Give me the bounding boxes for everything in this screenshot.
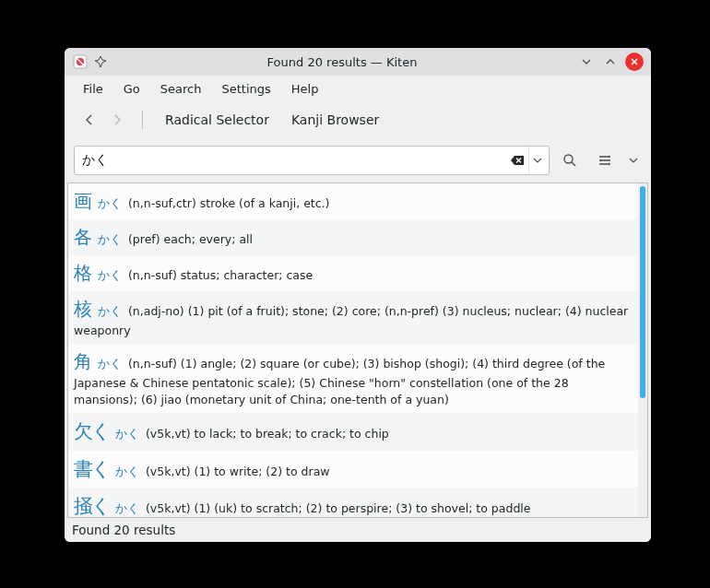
maximize-button[interactable] xyxy=(601,53,620,71)
entry-headword[interactable]: 掻く xyxy=(74,495,110,517)
minimize-button[interactable] xyxy=(577,53,596,71)
radical-selector-button[interactable]: Radical Selector xyxy=(156,109,278,131)
back-button[interactable] xyxy=(77,108,101,132)
toolbar-separator xyxy=(142,111,143,129)
entry-headword[interactable]: 書く xyxy=(74,458,110,480)
svg-point-3 xyxy=(608,156,610,159)
forward-button[interactable] xyxy=(105,108,129,132)
scrollbar[interactable] xyxy=(638,183,647,517)
result-entry[interactable]: 画 かく (n,n-suf,ctr) stroke (of a kanji, e… xyxy=(68,183,638,219)
menubar: File Go Search Settings Help xyxy=(65,76,651,101)
search-input[interactable] xyxy=(82,153,508,168)
filter-dropdown[interactable] xyxy=(625,147,642,174)
result-entry[interactable]: 格 かく (n,n-suf) status; character; case xyxy=(68,255,638,291)
app-window: Found 20 results — Kiten File Go Search … xyxy=(65,48,651,542)
entry-headword[interactable]: 角 xyxy=(74,350,92,372)
searchbar xyxy=(65,138,651,182)
entry-definition: (v5k,vt) (1) (uk) to scratch; (2) to per… xyxy=(146,501,531,515)
result-entry[interactable]: 書く かく (v5k,vt) (1) to write; (2) to draw xyxy=(68,451,638,488)
pin-icon[interactable] xyxy=(94,55,107,68)
entry-reading[interactable]: かく xyxy=(112,427,143,441)
entry-headword[interactable]: 各 xyxy=(74,226,92,248)
svg-point-5 xyxy=(608,163,610,166)
filter-button[interactable] xyxy=(590,147,620,174)
entry-reading[interactable]: かく xyxy=(94,268,125,282)
entry-headword[interactable]: 欠く xyxy=(74,420,110,442)
entry-definition: (v5k,vt) to lack; to break; to crack; to… xyxy=(146,427,389,441)
entry-headword[interactable]: 格 xyxy=(74,262,92,284)
result-entry[interactable]: 掻く かく (v5k,vt) (1) (uk) to scratch; (2) … xyxy=(68,488,638,517)
toolbar: Radical Selector Kanji Browser xyxy=(65,101,651,138)
menu-file[interactable]: File xyxy=(74,78,112,100)
result-entry[interactable]: 各 かく (pref) each; every; all xyxy=(68,219,638,255)
clear-search-icon[interactable] xyxy=(508,151,527,170)
entry-headword[interactable]: 核 xyxy=(74,298,92,320)
entry-reading[interactable]: かく xyxy=(94,196,125,210)
statusbar: Found 20 results xyxy=(65,518,651,542)
menu-settings[interactable]: Settings xyxy=(212,78,279,100)
search-history-dropdown[interactable] xyxy=(528,147,545,174)
svg-point-4 xyxy=(599,159,602,162)
search-box xyxy=(74,146,550,175)
app-icon xyxy=(72,53,89,70)
result-entry[interactable]: 角 かく (n,n-suf) (1) angle; (2) square (or… xyxy=(68,344,638,413)
entry-reading[interactable]: かく xyxy=(94,357,125,370)
window-title: Found 20 results — Kiten xyxy=(112,55,572,69)
menu-go[interactable]: Go xyxy=(114,78,149,100)
entry-reading[interactable]: かく xyxy=(112,501,143,515)
close-button[interactable] xyxy=(625,53,644,71)
entry-reading[interactable]: かく xyxy=(112,465,143,478)
svg-point-2 xyxy=(564,155,573,163)
results-list[interactable]: 画 かく (n,n-suf,ctr) stroke (of a kanji, e… xyxy=(68,183,638,517)
menu-search[interactable]: Search xyxy=(151,78,211,100)
entry-definition: (n,n-suf) (1) angle; (2) square (or cube… xyxy=(74,357,605,406)
entry-definition: (v5k,vt) (1) to write; (2) to draw xyxy=(146,465,330,478)
entry-definition: (n,adj-no) (1) pit (of a fruit); stone; … xyxy=(74,304,628,337)
results-container: 画 かく (n,n-suf,ctr) stroke (of a kanji, e… xyxy=(67,182,648,518)
kanji-browser-button[interactable]: Kanji Browser xyxy=(282,109,388,131)
menu-help[interactable]: Help xyxy=(282,78,328,100)
entry-headword[interactable]: 画 xyxy=(74,190,92,212)
entry-reading[interactable]: かく xyxy=(94,304,125,318)
entry-definition: (n,n-suf,ctr) stroke (of a kanji, etc.) xyxy=(128,196,330,210)
result-entry[interactable]: 欠く かく (v5k,vt) to lack; to break; to cra… xyxy=(68,413,638,450)
entry-definition: (n,n-suf) status; character; case xyxy=(128,268,313,282)
entry-reading[interactable]: かく xyxy=(94,232,125,246)
scrollbar-thumb[interactable] xyxy=(640,186,645,398)
search-button[interactable] xyxy=(555,147,585,174)
entry-definition: (pref) each; every; all xyxy=(128,232,253,246)
status-text: Found 20 results xyxy=(72,523,175,537)
result-entry[interactable]: 核 かく (n,adj-no) (1) pit (of a fruit); st… xyxy=(68,291,638,344)
titlebar: Found 20 results — Kiten xyxy=(65,48,651,76)
